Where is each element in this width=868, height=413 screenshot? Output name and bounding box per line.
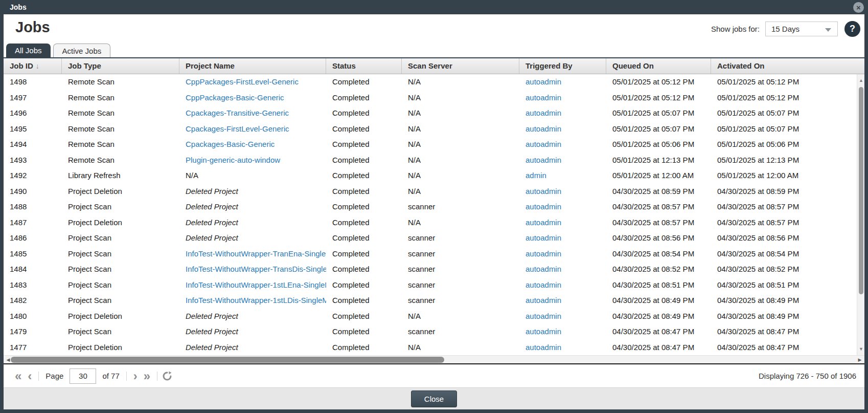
- cell-job-id: 1495: [4, 121, 62, 137]
- cell-triggered-by[interactable]: autoadmin: [519, 74, 606, 90]
- cell-triggered-by[interactable]: autoadmin: [519, 153, 606, 168]
- cell-triggered-by[interactable]: autoadmin: [519, 215, 606, 231]
- sort-desc-icon: ↓: [36, 62, 39, 70]
- column-header-activated-on[interactable]: Activated On: [711, 58, 864, 74]
- table-row[interactable]: 1492Library RefreshN/ACompletedN/Aadmin0…: [4, 168, 864, 184]
- cell-status: Completed: [326, 215, 402, 231]
- cell-project-name[interactable]: CppPackages-Basic-Generic: [179, 90, 326, 106]
- cell-project-name[interactable]: Cpackages-FirstLevel-Generic: [179, 121, 326, 137]
- column-header-label: Job Type: [68, 61, 101, 70]
- cell-triggered-by[interactable]: autoadmin: [519, 340, 606, 356]
- cell-project-name[interactable]: Cpackages-Transitive-Generic: [179, 105, 326, 121]
- cell-project-name[interactable]: Cpackages-Basic-Generic: [179, 137, 326, 153]
- scroll-down-icon[interactable]: ▼: [857, 345, 864, 353]
- table-row[interactable]: 1484Project ScanInfoTest-WithoutWrapper-…: [4, 262, 864, 277]
- column-header-triggered-by[interactable]: Triggered By: [519, 58, 606, 74]
- cell-queued-on: 05/01/2025 at 12:00 AM: [606, 168, 711, 184]
- table-row[interactable]: 1494Remote ScanCpackages-Basic-GenericCo…: [4, 137, 864, 153]
- cell-activated-on: 05/01/2025 at 05:12 PM: [711, 90, 857, 106]
- column-header-label: Triggered By: [526, 61, 573, 70]
- cell-queued-on: 05/01/2025 at 12:13 PM: [606, 153, 711, 168]
- column-header-status[interactable]: Status: [326, 58, 402, 74]
- cell-project-name[interactable]: CppPackages-FirstLevel-Generic: [179, 74, 326, 90]
- cell-queued-on: 04/30/2025 at 08:57 PM: [606, 199, 711, 215]
- displaying-status: Displaying 726 - 750 of 1906: [759, 372, 856, 380]
- column-header-job-id[interactable]: Job ID↓: [4, 58, 62, 74]
- cell-triggered-by[interactable]: autoadmin: [519, 246, 606, 262]
- cell-status: Completed: [326, 277, 402, 293]
- cell-scan-server: N/A: [402, 340, 519, 356]
- close-button[interactable]: Close: [411, 390, 457, 407]
- cell-triggered-by[interactable]: autoadmin: [519, 105, 606, 121]
- table-row[interactable]: 1485Project ScanInfoTest-WithoutWrapper-…: [4, 246, 864, 262]
- vertical-scrollbar[interactable]: ▲ ▼: [857, 74, 864, 355]
- cell-triggered-by[interactable]: autoadmin: [519, 199, 606, 215]
- cell-activated-on: 05/01/2025 at 12:13 PM: [711, 153, 857, 168]
- cell-queued-on: 04/30/2025 at 08:57 PM: [606, 215, 711, 231]
- column-header-queued-on[interactable]: Queued On: [606, 58, 711, 74]
- table-row[interactable]: 1493Remote ScanPlugin-generic-auto-windo…: [4, 153, 864, 168]
- cell-status: Completed: [326, 90, 402, 106]
- cell-queued-on: 04/30/2025 at 08:51 PM: [606, 277, 711, 293]
- cell-triggered-by[interactable]: autoadmin: [519, 137, 606, 153]
- cell-project-name: Deleted Project: [179, 324, 326, 340]
- horizontal-scrollbar-thumb[interactable]: [11, 357, 444, 363]
- cell-triggered-by[interactable]: autoadmin: [519, 184, 606, 200]
- table-row[interactable]: 1487Project DeletionDeleted ProjectCompl…: [4, 215, 864, 231]
- scroll-up-icon[interactable]: ▲: [857, 76, 864, 84]
- cell-project-name[interactable]: InfoTest-WithoutWrapper-1stLDis-SingleMo…: [179, 293, 326, 309]
- cell-project-name: Deleted Project: [179, 340, 326, 356]
- cell-job-type: Project Scan: [62, 246, 179, 262]
- table-row[interactable]: 1486Project ScanDeleted ProjectCompleted…: [4, 230, 864, 246]
- column-header-job-type[interactable]: Job Type: [62, 58, 179, 74]
- show-jobs-for-select[interactable]: 15 Days: [765, 21, 838, 36]
- refresh-button[interactable]: [162, 371, 172, 381]
- scroll-right-icon[interactable]: ▶: [856, 356, 863, 364]
- show-jobs-for-label: Show jobs for:: [711, 25, 760, 33]
- cell-activated-on: 04/30/2025 at 08:59 PM: [711, 184, 857, 200]
- cell-activated-on: 04/30/2025 at 08:57 PM: [711, 215, 857, 231]
- cell-project-name[interactable]: InfoTest-WithoutWrapper-TranEna-SingleMo…: [179, 246, 326, 262]
- next-page-button[interactable]: ›: [130, 370, 141, 382]
- table-row[interactable]: 1483Project ScanInfoTest-WithoutWrapper-…: [4, 277, 864, 293]
- cell-triggered-by[interactable]: autoadmin: [519, 230, 606, 246]
- cell-project-name[interactable]: Plugin-generic-auto-window: [179, 153, 326, 168]
- tab-all-jobs[interactable]: All Jobs: [6, 44, 51, 57]
- page-number-input[interactable]: [70, 368, 96, 384]
- table-row[interactable]: 1482Project ScanInfoTest-WithoutWrapper-…: [4, 293, 864, 309]
- cell-triggered-by[interactable]: autoadmin: [519, 277, 606, 293]
- cell-triggered-by[interactable]: autoadmin: [519, 309, 606, 324]
- cell-queued-on: 05/01/2025 at 05:07 PM: [606, 105, 711, 121]
- horizontal-scrollbar[interactable]: ◀ ▶: [4, 355, 864, 363]
- cell-triggered-by[interactable]: autoadmin: [519, 262, 606, 277]
- cell-triggered-by[interactable]: autoadmin: [519, 90, 606, 106]
- dialog-content: Jobs Show jobs for: 15 Days ? All JobsAc…: [4, 14, 864, 409]
- table-row[interactable]: 1498Remote ScanCppPackages-FirstLevel-Ge…: [4, 74, 864, 90]
- table-row[interactable]: 1477Project DeletionDeleted ProjectCompl…: [4, 340, 864, 356]
- cell-project-name[interactable]: InfoTest-WithoutWrapper-TransDis-SingleM…: [179, 262, 326, 277]
- tab-active-jobs[interactable]: Active Jobs: [53, 44, 111, 57]
- table-row[interactable]: 1480Project DeletionDeleted ProjectCompl…: [4, 309, 864, 324]
- table-row[interactable]: 1479Project ScanDeleted ProjectCompleted…: [4, 324, 864, 340]
- last-page-button[interactable]: »: [141, 370, 153, 382]
- cell-triggered-by[interactable]: autoadmin: [519, 121, 606, 137]
- table-row[interactable]: 1490Project DeletionDeleted ProjectCompl…: [4, 184, 864, 200]
- cell-triggered-by[interactable]: autoadmin: [519, 293, 606, 309]
- cell-triggered-by[interactable]: autoadmin: [519, 324, 606, 340]
- cell-project-name[interactable]: InfoTest-WithoutWrapper-1stLEna-SingleMo…: [179, 277, 326, 293]
- vertical-scrollbar-thumb[interactable]: [859, 87, 863, 294]
- window-close-icon[interactable]: ×: [853, 2, 864, 13]
- table-row[interactable]: 1496Remote ScanCpackages-Transitive-Gene…: [4, 105, 864, 121]
- first-page-button[interactable]: «: [12, 370, 25, 382]
- cell-queued-on: 04/30/2025 at 08:49 PM: [606, 293, 711, 309]
- table-row[interactable]: 1497Remote ScanCppPackages-Basic-Generic…: [4, 90, 864, 106]
- column-header-scan-server[interactable]: Scan Server: [402, 58, 519, 74]
- table-row[interactable]: 1495Remote ScanCpackages-FirstLevel-Gene…: [4, 121, 864, 137]
- table-row[interactable]: 1488Project ScanDeleted ProjectCompleted…: [4, 199, 864, 215]
- cell-activated-on: 05/01/2025 at 05:07 PM: [711, 105, 857, 121]
- cell-scan-server: N/A: [402, 184, 519, 200]
- column-header-project-name[interactable]: Project Name: [179, 58, 326, 74]
- prev-page-button[interactable]: ‹: [25, 370, 35, 382]
- cell-triggered-by[interactable]: admin: [519, 168, 606, 184]
- help-button[interactable]: ?: [844, 21, 860, 37]
